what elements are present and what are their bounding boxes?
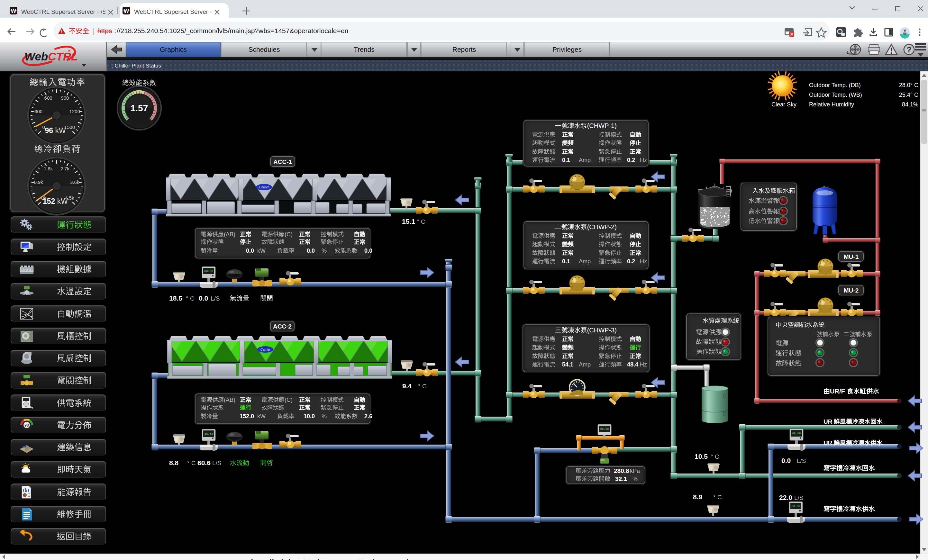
svg-text:88.88: 88.88: [204, 270, 213, 273]
svg-text:96 kW: 96 kW: [45, 126, 66, 135]
svg-text:1500: 1500: [64, 124, 75, 130]
svg-text:1.8k: 1.8k: [44, 166, 53, 171]
svg-text:?: ?: [907, 45, 911, 54]
svg-text:300: 300: [34, 109, 43, 114]
svg-text:0.9k: 0.9k: [34, 179, 43, 185]
svg-text:Carrier: Carrier: [259, 186, 269, 189]
svg-text:Carrier: Carrier: [261, 348, 270, 351]
svg-text:W: W: [124, 8, 129, 14]
svg-text:88.88: 88.88: [791, 505, 800, 508]
svg-text:88.88: 88.88: [204, 432, 213, 436]
svg-text:152 kW: 152 kW: [43, 197, 68, 205]
svg-text:900: 900: [61, 95, 69, 101]
svg-text:98: 98: [24, 423, 29, 427]
svg-text:88.88: 88.88: [600, 427, 609, 431]
svg-text:88.88: 88.88: [792, 432, 801, 435]
svg-text:600: 600: [44, 95, 52, 101]
svg-text:1200: 1200: [69, 109, 80, 114]
svg-text:3.6k: 3.6k: [70, 179, 79, 185]
svg-text:2.7k: 2.7k: [61, 166, 70, 171]
